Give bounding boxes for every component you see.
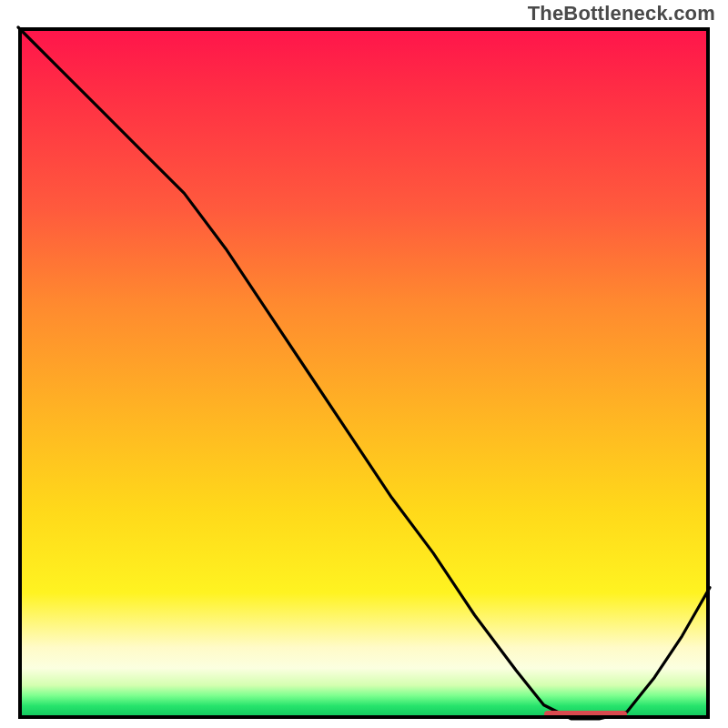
bottleneck-curve — [18, 27, 710, 719]
plot-outer — [18, 27, 710, 719]
watermark-text: TheBottleneck.com — [528, 2, 715, 25]
chart-root: TheBottleneck.com — [0, 0, 728, 728]
curve-layer — [18, 27, 710, 719]
optimal-range-marker — [544, 711, 627, 718]
